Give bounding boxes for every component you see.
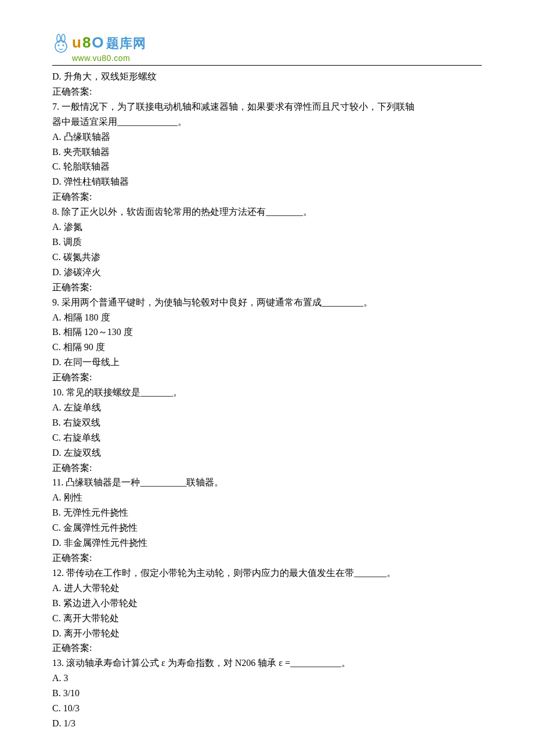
- logo-url: www.vu80.com: [72, 53, 482, 63]
- q10-answer-label: 正确答案:: [52, 460, 482, 476]
- q8-answer-label: 正确答案:: [52, 280, 482, 295]
- q12-answer-label: 正确答案:: [52, 640, 482, 656]
- svg-point-2: [55, 41, 67, 52]
- q10-stem: 10. 常见的联接螺纹是_______。: [52, 385, 482, 400]
- q8-option-b: B. 调质: [52, 235, 482, 250]
- logo-text-block: u 8 O 题库网: [72, 34, 146, 52]
- q10-option-c: C. 右旋单线: [52, 430, 482, 445]
- q8-option-d: D. 渗碳淬火: [52, 265, 482, 280]
- logo-chinese: 题库网: [106, 35, 146, 52]
- q9-option-a: A. 相隔 180 度: [52, 310, 482, 325]
- q11-option-d: D. 非金属弹性元件挠性: [52, 535, 482, 550]
- option-d-previous: D. 升角大，双线矩形螺纹: [52, 69, 482, 84]
- q9-option-c: C. 相隔 90 度: [52, 340, 482, 355]
- q11-option-a: A. 刚性: [52, 490, 482, 505]
- bunny-icon: [52, 34, 70, 53]
- q7-option-a: A. 凸缘联轴器: [52, 129, 482, 145]
- q7-stem-line2: 器中最适宜采用_____________。: [52, 114, 482, 129]
- logo-letter-u: u: [72, 34, 81, 52]
- q12-option-c: C. 离开大带轮处: [52, 611, 482, 626]
- q7-option-b: B. 夹壳联轴器: [52, 145, 482, 160]
- q13-option-c: C. 10/3: [52, 701, 482, 716]
- logo-digit-8: 8: [82, 34, 91, 52]
- svg-point-4: [63, 45, 64, 46]
- q10-option-b: B. 右旋双线: [52, 415, 482, 430]
- q11-answer-label: 正确答案:: [52, 550, 482, 566]
- q10-option-d: D. 左旋双线: [52, 445, 482, 460]
- header-divider: [52, 65, 482, 66]
- q13-stem: 13. 滚动轴承寿命计算公式 ε 为寿命指数，对 N206 轴承 ε =____…: [52, 656, 482, 671]
- q7-option-c: C. 轮胎联轴器: [52, 159, 482, 174]
- q8-stem: 8. 除了正火以外，软齿面齿轮常用的热处理方法还有________。: [52, 204, 482, 219]
- logo-digit-0: O: [92, 34, 103, 52]
- q13-option-d: D. 1/3: [52, 716, 482, 731]
- q9-option-d: D. 在同一母线上: [52, 355, 482, 370]
- answer-label-previous: 正确答案:: [52, 84, 482, 99]
- q9-stem: 9. 采用两个普通平键时，为使轴与轮毂对中良好，两键通常布置成_________…: [52, 295, 482, 310]
- q9-option-b: B. 相隔 120～130 度: [52, 325, 482, 340]
- q8-option-a: A. 渗氮: [52, 219, 482, 235]
- document-page: u 8 O 题库网 www.vu80.com D. 升角大，双线矩形螺纹 正确答…: [0, 0, 534, 756]
- q12-stem: 12. 带传动在工作时，假定小带轮为主动轮，则带内应力的最大值发生在带_____…: [52, 566, 482, 581]
- q11-stem: 11. 凸缘联轴器是一种__________联轴器。: [52, 475, 482, 490]
- q11-option-c: C. 金属弹性元件挠性: [52, 520, 482, 535]
- q8-option-c: C. 碳氮共渗: [52, 250, 482, 265]
- q12-option-b: B. 紧边进入小带轮处: [52, 596, 482, 611]
- q11-option-b: B. 无弹性元件挠性: [52, 505, 482, 520]
- q9-answer-label: 正确答案:: [52, 370, 482, 385]
- q10-option-a: A. 左旋单线: [52, 400, 482, 415]
- q7-option-d: D. 弹性柱销联轴器: [52, 174, 482, 189]
- q13-option-b: B. 3/10: [52, 686, 482, 701]
- q7-stem-line1: 7. 一般情况下，为了联接电动机轴和减速器轴，如果要求有弹性而且尺寸较小，下列联…: [52, 99, 482, 114]
- q12-option-d: D. 离开小带轮处: [52, 626, 482, 641]
- q12-option-a: A. 进人大带轮处: [52, 581, 482, 596]
- logo-title: u 8 O 题库网: [72, 34, 146, 52]
- svg-point-3: [58, 45, 60, 46]
- q13-option-a: A. 3: [52, 671, 482, 686]
- q7-answer-label: 正确答案:: [52, 189, 482, 204]
- site-logo: u 8 O 题库网: [52, 34, 482, 53]
